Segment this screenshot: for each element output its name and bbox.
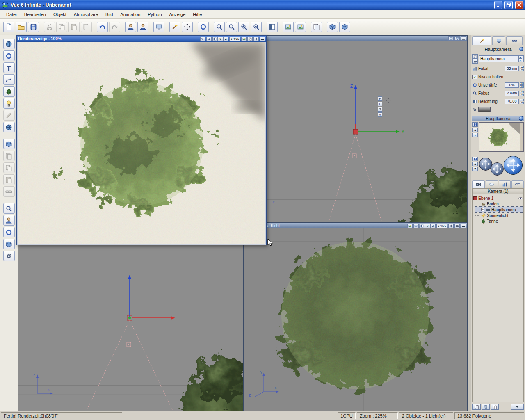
render-collapse-button[interactable] — [260, 37, 265, 41]
zoom-preset-z-button[interactable]: Z — [223, 37, 228, 41]
spin-left-icon[interactable]: ◀ — [230, 37, 232, 40]
cubes-tool-button[interactable] — [3, 239, 15, 249]
dolly-pad[interactable] — [491, 162, 504, 176]
viewport-camera-titlebar[interactable]: Hauptkamera Sicht 0 Z ◀+00▶ — [244, 223, 467, 228]
object-row-hauptkamera[interactable]: + Hauptkamera — [475, 207, 523, 212]
handle-v-button[interactable]: V — [378, 112, 382, 117]
viewport-render-button[interactable] — [448, 36, 454, 41]
expand-plus-icon[interactable]: + — [481, 208, 484, 211]
settings-tool-button[interactable] — [3, 251, 15, 261]
spin-right-icon[interactable]: ▶ — [237, 37, 240, 40]
render-settings-button[interactable] — [295, 22, 306, 32]
spin-up-icon[interactable]: ▲ — [520, 66, 524, 68]
unschaerfe-value-field[interactable]: 0% — [505, 82, 519, 88]
minimize-button[interactable] — [494, 1, 502, 9]
lens-color-swatch[interactable] — [478, 107, 491, 112]
paste-button[interactable] — [68, 22, 80, 32]
avatar-tool-button[interactable] — [3, 215, 15, 226]
browser-menu-button[interactable] — [511, 404, 524, 410]
prev-camera-button[interactable] — [472, 54, 478, 59]
next-camera-button[interactable] — [472, 59, 478, 64]
grid-toggle-button[interactable] — [212, 37, 218, 41]
camera-select[interactable]: Hauptkamera ▲ ▼ — [479, 55, 524, 62]
plant-tool-button[interactable] — [3, 86, 15, 97]
text-tool-button[interactable] — [3, 62, 15, 73]
viewport-collapse-button[interactable] — [461, 224, 466, 228]
zoom-out-button[interactable] — [251, 22, 262, 32]
preview-up-button[interactable]: ▲ — [472, 128, 478, 132]
spin-down-icon[interactable]: ▼ — [520, 102, 524, 104]
curve-tool-button[interactable] — [3, 74, 15, 85]
nav-down-button[interactable]: ▼ — [472, 167, 478, 171]
redo-button[interactable] — [109, 22, 120, 32]
spin-down-icon[interactable]: ▼ — [520, 85, 524, 88]
tab-display[interactable] — [492, 36, 505, 45]
orbit-button[interactable] — [198, 22, 209, 32]
zoom-tool-button[interactable] — [214, 22, 225, 32]
viewport-front-canvas[interactable]: Z X — [18, 228, 243, 411]
viewport-collapse-button[interactable] — [461, 36, 466, 41]
display-options-button[interactable] — [153, 22, 164, 32]
menu-item-atmosphaere[interactable]: Atmosphäre — [70, 11, 102, 18]
menu-item-bearbeiten[interactable]: Bearbeiten — [21, 11, 50, 18]
fokal-spinner[interactable]: ▲▼ — [520, 66, 524, 71]
niveau-checkbox[interactable]: ✓ — [472, 75, 477, 79]
close-button[interactable] — [515, 1, 523, 9]
light-tool-button[interactable] — [3, 98, 15, 109]
belichtung-value-field[interactable]: +0.00 — [505, 99, 519, 104]
planet-tool-button[interactable] — [3, 122, 15, 132]
tab-atmosphere[interactable] — [486, 180, 498, 188]
menu-item-hilfe[interactable]: Hilfe — [189, 11, 205, 18]
render-window-titlebar[interactable]: Renderanzeige - 100% 0 Z ◀+00▶ — [17, 36, 266, 42]
viewport-render-button[interactable] — [407, 224, 413, 228]
sphere-tool-button[interactable] — [3, 50, 15, 61]
zoom-preset-0-button[interactable]: 0 — [218, 37, 223, 41]
paste-object-button[interactable] — [3, 174, 15, 185]
zoom-scene-button[interactable] — [3, 203, 15, 214]
zoom-preset-z-button[interactable]: Z — [430, 224, 436, 228]
move-handle-icon[interactable] — [386, 98, 391, 103]
spin-down-icon[interactable]: ▼ — [520, 94, 524, 96]
tab-links[interactable] — [506, 36, 523, 45]
delete-object-button[interactable] — [482, 404, 490, 410]
menu-item-anzeige[interactable]: Anzeige — [166, 11, 189, 18]
open-button[interactable] — [16, 22, 27, 32]
viewport-display-button[interactable] — [413, 224, 419, 228]
move-tool-button[interactable] — [182, 22, 193, 32]
link-tool-button[interactable] — [3, 186, 15, 197]
render-zoom-in-button[interactable] — [200, 37, 205, 41]
terrain-tool-button[interactable] — [3, 39, 15, 49]
camera-menu-button[interactable] — [519, 47, 523, 51]
viewport-camera[interactable]: Hauptkamera Sicht 0 Z ◀+00▶ — [243, 223, 468, 411]
layer-checkbox[interactable] — [473, 196, 477, 200]
viewport-display-button[interactable] — [454, 36, 460, 41]
handle-p-button[interactable]: P — [378, 96, 382, 101]
nav-up-button[interactable]: ▲ — [472, 162, 478, 166]
paste-special-button[interactable] — [81, 22, 92, 32]
preview-menu-button[interactable] — [519, 116, 523, 121]
belichtung-spinner[interactable]: ▲▼ — [520, 99, 524, 104]
copy-button[interactable] — [56, 22, 67, 32]
object-editor-button[interactable] — [125, 22, 136, 32]
render-zoom-out-button[interactable] — [206, 37, 212, 41]
preview-down-button[interactable]: ▼ — [472, 133, 478, 137]
object-row-boden[interactable]: Boden — [475, 201, 523, 207]
viewport-camera-button[interactable] — [454, 224, 460, 228]
spin-left-icon[interactable]: ◀ — [437, 224, 439, 227]
viewport-camera-canvas[interactable]: Y X Z — [244, 228, 467, 411]
orbit-trackball[interactable] — [504, 156, 523, 175]
viewport-front[interactable]: Z X — [18, 223, 243, 411]
menu-item-animation[interactable]: Animation — [116, 11, 144, 18]
viewport-zoom-field[interactable]: ◀+00▶ — [436, 224, 447, 228]
render-options-button[interactable] — [311, 22, 322, 32]
tab-statistics[interactable] — [499, 180, 511, 188]
library-button[interactable] — [339, 22, 350, 32]
spin-down-icon[interactable]: ▼ — [520, 69, 524, 71]
zoom-region-button[interactable] — [226, 22, 237, 32]
scroll-down-icon[interactable]: ▼ — [518, 59, 522, 62]
undo-button[interactable] — [97, 22, 108, 32]
handle-l-button[interactable]: L — [378, 102, 382, 106]
viewport-side[interactable]: Seitensicht Z Y — [243, 35, 468, 223]
tab-cameras[interactable] — [472, 180, 485, 188]
viewport-options-button[interactable] — [448, 224, 454, 228]
